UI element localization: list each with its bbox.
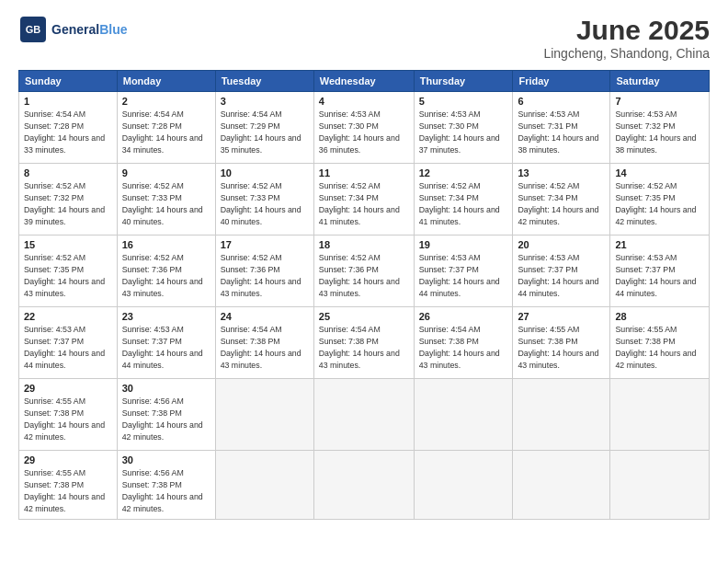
day-info: Sunrise: 4:53 AMSunset: 7:37 PMDaylight:…: [122, 325, 203, 370]
day-info: Sunrise: 4:56 AMSunset: 7:38 PMDaylight:…: [122, 396, 203, 442]
header-monday: Monday: [117, 71, 215, 92]
calendar-cell: [513, 451, 610, 520]
day-number: 22: [24, 311, 112, 322]
day-info: Sunrise: 4:53 AMSunset: 7:32 PMDaylight:…: [615, 109, 696, 155]
day-number: 21: [615, 239, 704, 250]
calendar-cell: 22 Sunrise: 4:53 AMSunset: 7:37 PMDaylig…: [19, 307, 118, 379]
day-number: 20: [518, 239, 605, 250]
calendar-cell: [215, 451, 313, 520]
day-number: 16: [122, 239, 210, 250]
calendar-cell: 16 Sunrise: 4:52 AMSunset: 7:36 PMDaylig…: [117, 236, 215, 307]
day-info: Sunrise: 4:53 AMSunset: 7:31 PMDaylight:…: [518, 109, 598, 155]
calendar-cell: 19 Sunrise: 4:53 AMSunset: 7:37 PMDaylig…: [414, 236, 513, 307]
svg-text:GB: GB: [26, 24, 41, 35]
calendar-header-row: Sunday Monday Tuesday Wednesday Thursday…: [19, 71, 710, 92]
day-number: 29: [24, 454, 112, 465]
day-info: Sunrise: 4:55 AMSunset: 7:38 PMDaylight:…: [24, 396, 105, 442]
header: GB GeneralBlue June 2025 Lingcheng, Shan…: [18, 15, 710, 61]
calendar-cell: 26 Sunrise: 4:54 AMSunset: 7:38 PMDaylig…: [414, 307, 513, 379]
calendar-cell: 10 Sunrise: 4:52 AMSunset: 7:33 PMDaylig…: [215, 164, 313, 236]
calendar-week-5: 29 Sunrise: 4:55 AMSunset: 7:38 PMDaylig…: [19, 379, 710, 451]
calendar-cell: 25 Sunrise: 4:54 AMSunset: 7:38 PMDaylig…: [313, 307, 414, 379]
calendar-cell: 7 Sunrise: 4:53 AMSunset: 7:32 PMDayligh…: [610, 92, 710, 164]
title-block: June 2025 Lingcheng, Shandong, China: [543, 15, 710, 61]
day-info: Sunrise: 4:53 AMSunset: 7:37 PMDaylight:…: [419, 253, 500, 298]
day-number: 5: [419, 96, 508, 107]
day-number: 12: [419, 167, 508, 178]
day-info: Sunrise: 4:53 AMSunset: 7:30 PMDaylight:…: [419, 109, 500, 155]
calendar-week-6: 29 Sunrise: 4:55 AMSunset: 7:38 PMDaylig…: [19, 451, 710, 520]
day-info: Sunrise: 4:52 AMSunset: 7:34 PMDaylight:…: [518, 181, 598, 226]
day-number: 26: [419, 311, 508, 322]
day-number: 23: [122, 311, 210, 322]
calendar-cell: 23 Sunrise: 4:53 AMSunset: 7:37 PMDaylig…: [117, 307, 215, 379]
logo: GB GeneralBlue: [18, 15, 127, 44]
header-tuesday: Tuesday: [215, 71, 313, 92]
logo-icon: GB: [18, 15, 48, 44]
calendar-cell: [414, 379, 513, 451]
calendar-cell: 3 Sunrise: 4:54 AMSunset: 7:29 PMDayligh…: [215, 92, 313, 164]
header-sunday: Sunday: [19, 71, 118, 92]
day-number: 24: [221, 311, 309, 322]
day-number: 9: [122, 167, 210, 178]
calendar-cell: 1 Sunrise: 4:54 AMSunset: 7:28 PMDayligh…: [19, 92, 118, 164]
calendar-cell: 13 Sunrise: 4:52 AMSunset: 7:34 PMDaylig…: [513, 164, 610, 236]
calendar-cell: [610, 451, 710, 520]
day-info: Sunrise: 4:54 AMSunset: 7:29 PMDaylight:…: [221, 109, 301, 155]
calendar-table: Sunday Monday Tuesday Wednesday Thursday…: [18, 70, 710, 520]
calendar-cell: [215, 379, 313, 451]
day-info: Sunrise: 4:52 AMSunset: 7:34 PMDaylight:…: [319, 181, 400, 226]
day-info: Sunrise: 4:53 AMSunset: 7:37 PMDaylight:…: [615, 253, 696, 298]
day-info: Sunrise: 4:52 AMSunset: 7:36 PMDaylight:…: [221, 253, 301, 298]
calendar-cell: 8 Sunrise: 4:52 AMSunset: 7:32 PMDayligh…: [19, 164, 118, 236]
day-number: 17: [221, 239, 309, 250]
calendar-cell: 30 Sunrise: 4:56 AMSunset: 7:38 PMDaylig…: [117, 451, 215, 520]
day-number: 28: [615, 311, 704, 322]
calendar-cell: 9 Sunrise: 4:52 AMSunset: 7:33 PMDayligh…: [117, 164, 215, 236]
day-info: Sunrise: 4:52 AMSunset: 7:33 PMDaylight:…: [221, 181, 301, 226]
day-info: Sunrise: 4:52 AMSunset: 7:32 PMDaylight:…: [24, 181, 105, 226]
calendar-cell: 24 Sunrise: 4:54 AMSunset: 7:38 PMDaylig…: [215, 307, 313, 379]
day-info: Sunrise: 4:52 AMSunset: 7:34 PMDaylight:…: [419, 181, 500, 226]
calendar-cell: 15 Sunrise: 4:52 AMSunset: 7:35 PMDaylig…: [19, 236, 118, 307]
calendar-week-2: 8 Sunrise: 4:52 AMSunset: 7:32 PMDayligh…: [19, 164, 710, 236]
day-number: 8: [24, 167, 112, 178]
calendar-cell: 14 Sunrise: 4:52 AMSunset: 7:35 PMDaylig…: [610, 164, 710, 236]
header-thursday: Thursday: [414, 71, 513, 92]
calendar-cell: [513, 379, 610, 451]
calendar-cell: 28 Sunrise: 4:55 AMSunset: 7:38 PMDaylig…: [610, 307, 710, 379]
calendar-cell: 11 Sunrise: 4:52 AMSunset: 7:34 PMDaylig…: [313, 164, 414, 236]
day-info: Sunrise: 4:53 AMSunset: 7:37 PMDaylight:…: [518, 253, 598, 298]
header-friday: Friday: [513, 71, 610, 92]
day-number: 11: [319, 167, 409, 178]
calendar-cell: 29 Sunrise: 4:55 AMSunset: 7:38 PMDaylig…: [19, 451, 118, 520]
calendar-cell: 6 Sunrise: 4:53 AMSunset: 7:31 PMDayligh…: [513, 92, 610, 164]
day-number: 1: [24, 96, 112, 107]
day-number: 18: [319, 239, 409, 250]
calendar-week-1: 1 Sunrise: 4:54 AMSunset: 7:28 PMDayligh…: [19, 92, 710, 164]
day-info: Sunrise: 4:54 AMSunset: 7:28 PMDaylight:…: [122, 109, 203, 155]
calendar-week-4: 22 Sunrise: 4:53 AMSunset: 7:37 PMDaylig…: [19, 307, 710, 379]
day-number: 30: [122, 454, 210, 465]
day-info: Sunrise: 4:53 AMSunset: 7:37 PMDaylight:…: [24, 325, 105, 370]
calendar-cell: 20 Sunrise: 4:53 AMSunset: 7:37 PMDaylig…: [513, 236, 610, 307]
calendar-cell: 29 Sunrise: 4:55 AMSunset: 7:38 PMDaylig…: [19, 379, 118, 451]
day-info: Sunrise: 4:54 AMSunset: 7:28 PMDaylight:…: [24, 109, 105, 155]
day-info: Sunrise: 4:53 AMSunset: 7:30 PMDaylight:…: [319, 109, 400, 155]
calendar-cell: 30 Sunrise: 4:56 AMSunset: 7:38 PMDaylig…: [117, 379, 215, 451]
day-number: 30: [122, 383, 210, 394]
day-info: Sunrise: 4:55 AMSunset: 7:38 PMDaylight:…: [518, 325, 598, 370]
day-number: 3: [221, 96, 309, 107]
calendar-cell: 12 Sunrise: 4:52 AMSunset: 7:34 PMDaylig…: [414, 164, 513, 236]
day-number: 7: [615, 96, 704, 107]
calendar-week-3: 15 Sunrise: 4:52 AMSunset: 7:35 PMDaylig…: [19, 236, 710, 307]
calendar-cell: 17 Sunrise: 4:52 AMSunset: 7:36 PMDaylig…: [215, 236, 313, 307]
header-saturday: Saturday: [610, 71, 710, 92]
day-info: Sunrise: 4:55 AMSunset: 7:38 PMDaylight:…: [615, 325, 696, 370]
day-info: Sunrise: 4:52 AMSunset: 7:36 PMDaylight:…: [319, 253, 400, 298]
day-number: 13: [518, 167, 605, 178]
day-info: Sunrise: 4:56 AMSunset: 7:38 PMDaylight:…: [122, 468, 203, 513]
day-number: 29: [24, 383, 112, 394]
main-title: June 2025: [543, 15, 710, 46]
subtitle: Lingcheng, Shandong, China: [543, 46, 710, 61]
